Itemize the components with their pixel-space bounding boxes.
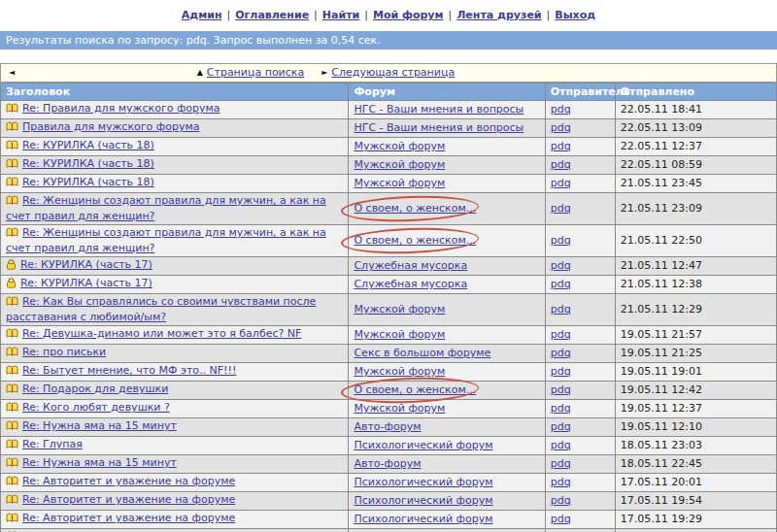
forum-link[interactable]: Мужской форум [354, 140, 445, 152]
topic-link[interactable]: Re: КУРИЛКА (часть 18) [22, 176, 154, 188]
sent-date: 21.05.11 12:47 [615, 257, 776, 276]
sender-cell: pdq [545, 529, 615, 532]
topic-link[interactable]: Re: КУРИЛКА (часть 17) [20, 258, 152, 271]
topic-link[interactable]: Re: Женщины создают правила для мужчин, … [6, 194, 326, 222]
forum-link[interactable]: Психологический форум [354, 439, 492, 451]
next-page-link[interactable]: Следующая страница [331, 66, 455, 79]
topic-link[interactable]: Re: Женщины создают правила для мужчин, … [6, 226, 326, 254]
forum-cell: Секс в большом форуме [349, 345, 545, 363]
table-row: Re: ГлупаяПсихологический форумpdq18.05.… [1, 437, 777, 455]
topic-link[interactable]: Re: Авторитет и уважение на форуме [22, 512, 235, 524]
sender-cell: pdq [545, 257, 615, 276]
top-nav: Админ|Оглавление|Найти|Мой форум|Лента д… [0, 0, 777, 22]
sender-link[interactable]: pdq [551, 365, 571, 378]
sender-link[interactable]: pdq [551, 439, 571, 451]
topic-link[interactable]: Re: КУРИЛКА (часть 18) [22, 139, 154, 151]
sender-link[interactable]: pdq [551, 278, 571, 290]
table-row: Re: Женщины создают правила для мужчин, … [1, 225, 777, 257]
topic-cell: Правила для мужского форума [1, 119, 349, 138]
forum-cell: Психологический форум [349, 492, 545, 511]
topic-link[interactable]: Re: Подарок для девушки [22, 382, 168, 395]
forum-link[interactable]: О своем, о женском... [354, 234, 476, 247]
open-book-icon [6, 383, 18, 398]
sender-link[interactable]: pdq [551, 121, 571, 134]
table-row: Re: КУРИЛКА (часть 18)Мужской форумpdq22… [1, 156, 777, 175]
forum-link[interactable]: О своем, о женском... [354, 202, 476, 215]
nav-link-contents[interactable]: Оглавление [235, 9, 309, 21]
sender-link[interactable]: pdq [551, 494, 571, 507]
sender-link[interactable]: pdq [551, 202, 571, 215]
topic-link[interactable]: Re: Кого любят девушки ? [22, 401, 170, 414]
sender-link[interactable]: pdq [551, 513, 571, 525]
forum-link[interactable]: Секс в большом форуме [354, 347, 490, 359]
nav-link-find[interactable]: Найти [322, 9, 359, 21]
sender-link[interactable]: pdq [551, 303, 571, 316]
forum-link[interactable]: Авто-форум [354, 420, 421, 433]
pagination-links: ▲Страница поиска►Следующая страница [197, 66, 456, 79]
topic-link[interactable]: Re: Как Вы справлялись со своими чувства… [6, 295, 316, 323]
topic-link[interactable]: Re: Глупая [22, 438, 83, 450]
forum-link[interactable]: Мужской форум [354, 158, 445, 171]
nav-link-admin[interactable]: Админ [182, 9, 222, 21]
topic-link[interactable]: Правила для мужского форума [22, 120, 199, 133]
sender-link[interactable]: pdq [551, 158, 571, 171]
topic-cell: Re: КУРИЛКА (часть 18) [1, 138, 349, 156]
topic-link[interactable]: Re: Авторитет и уважение на форуме [22, 475, 235, 487]
sender-cell: pdq [545, 363, 615, 382]
search-page-link[interactable]: Страница поиска [207, 66, 304, 79]
forum-link[interactable]: Служебная мусорка [354, 259, 467, 272]
nav-separator: | [227, 9, 231, 21]
topic-link[interactable]: Re: КУРИЛКА (часть 18) [22, 157, 154, 170]
topic-link[interactable]: Re: Правила для мужского форума [22, 102, 220, 115]
forum-link[interactable]: Мужской форум [354, 365, 445, 378]
forum-link[interactable]: Психологический форум [354, 494, 492, 507]
topic-link[interactable]: Re: Авторитет и уважение на форуме [22, 493, 235, 506]
forum-link[interactable]: Мужской форум [354, 328, 445, 341]
sender-link[interactable]: pdq [551, 420, 571, 433]
forum-link[interactable]: Мужской форум [354, 402, 445, 415]
forum-cell: Мужской форум [349, 156, 545, 175]
forum-link[interactable]: Психологический форум [354, 476, 492, 488]
sender-link[interactable]: pdq [551, 140, 571, 152]
forum-link[interactable]: Авто-форум [354, 457, 421, 470]
sent-date: 21.05.11 23:09 [615, 193, 776, 225]
sender-link[interactable]: pdq [551, 402, 571, 415]
forum-link[interactable]: Служебная мусорка [354, 278, 467, 290]
sender-link[interactable]: pdq [551, 328, 571, 341]
topic-link[interactable]: Re: про письки [22, 346, 106, 358]
forum-link[interactable]: Психологический форум [354, 513, 492, 525]
forum-cell: Мужской форум [349, 400, 545, 418]
open-book-icon [6, 177, 18, 191]
sender-link[interactable]: pdq [551, 234, 571, 247]
open-book-icon [6, 227, 18, 242]
open-book-icon [6, 494, 18, 509]
topic-link[interactable]: Re: КУРИЛКА (часть 17) [20, 277, 152, 289]
up-arrow-icon: ▲ [197, 68, 203, 77]
header-sent: Отправлено [615, 83, 776, 101]
nav-link-logout[interactable]: Выход [555, 9, 595, 21]
forum-link[interactable]: О своем, о женском... [354, 383, 476, 396]
sender-link[interactable]: pdq [551, 383, 571, 396]
topic-link[interactable]: Re: Девушка-динамо или может это я балбе… [22, 327, 301, 340]
sender-link[interactable]: pdq [551, 103, 571, 116]
nav-link-friends-feed[interactable]: Лента друзей [456, 9, 541, 21]
forum-link[interactable]: Мужской форум [354, 303, 445, 316]
sender-link[interactable]: pdq [551, 259, 571, 272]
prev-page-arrow-icon: ◄ [9, 68, 15, 77]
topic-link[interactable]: Re: Нужна яма на 15 минут [22, 456, 177, 469]
forum-link[interactable]: НГС - Ваши мнения и вопросы [354, 103, 524, 116]
forum-link[interactable]: НГС - Ваши мнения и вопросы [354, 121, 524, 134]
sender-link[interactable]: pdq [551, 457, 571, 470]
sender-link[interactable]: pdq [551, 476, 571, 488]
sender-link[interactable]: pdq [551, 347, 571, 359]
nav-link-my-forum[interactable]: Мой форум [373, 9, 444, 21]
sender-link[interactable]: pdq [551, 177, 571, 189]
topic-link[interactable]: Re: Бытует мнение, что МФ это.. NF!!! [22, 364, 236, 377]
forum-cell: Психологический форум [349, 511, 545, 529]
forum-link[interactable]: Мужской форум [354, 177, 445, 189]
table-row: Правила для мужского форумаНГС - Ваши мн… [1, 119, 777, 138]
topic-cell: Re: Бытует мнение, что МФ это.. NF!!! [1, 363, 349, 382]
topic-link[interactable]: Re: Нужна яма на 15 минут [22, 419, 177, 432]
topic-cell: Re: КУРИЛКА (часть 18) [1, 156, 349, 175]
topic-cell: Re: про письки [1, 345, 349, 363]
